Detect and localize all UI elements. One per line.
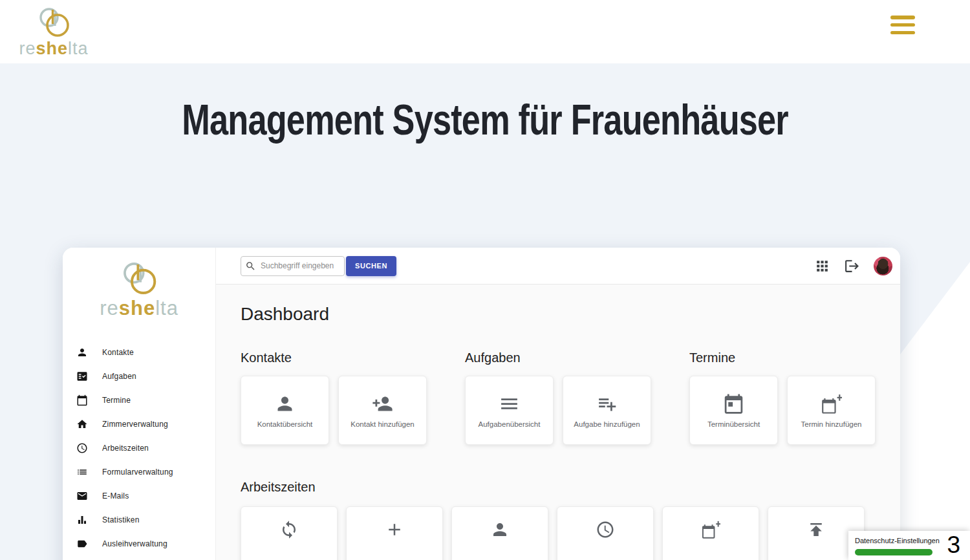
card-termin-hinzufuegen[interactable]: Termin hinzufügen	[787, 376, 876, 445]
search-input[interactable]	[241, 256, 345, 276]
card-kontakt-hinzufuegen[interactable]: Kontakt hinzufügen	[338, 376, 427, 445]
clock-icon	[596, 520, 615, 539]
search-wrap	[241, 256, 345, 276]
menu-lines-icon	[499, 393, 520, 415]
section-aufgaben: Aufgaben Aufgabenübersicht Aufgabe hinzu…	[465, 350, 651, 445]
person-add-icon	[372, 393, 393, 415]
section-title: Kontakte	[241, 350, 427, 365]
sidebar-logo[interactable]: reshelta	[63, 248, 215, 318]
hamburger-menu-icon[interactable]	[890, 16, 915, 34]
person-icon	[274, 393, 296, 415]
section-title: Termine	[689, 350, 876, 365]
card-terminuebersicht[interactable]: Terminübersicht	[689, 376, 778, 445]
section-termine: Termine Terminübersicht Termin hinzufüge…	[689, 350, 876, 445]
sidebar-item-arbeitszeiten[interactable]: Arbeitszeiten	[63, 436, 215, 460]
arbeitszeiten-cards	[241, 506, 876, 560]
home-icon	[76, 418, 88, 430]
card-arbeitszeit-2[interactable]	[346, 506, 443, 560]
sync-icon	[279, 520, 299, 539]
topbar-right	[814, 257, 892, 275]
sidebar-item-label: Formularverwaltung	[102, 468, 173, 477]
sidebar-item-emails[interactable]: E-Mails	[63, 484, 215, 508]
sidebar-item-label: Aufgaben	[102, 372, 136, 381]
mail-icon	[76, 490, 88, 502]
section-title: Aufgaben	[465, 350, 651, 365]
logout-icon[interactable]	[844, 258, 860, 274]
calendar-icon	[76, 394, 88, 406]
sidebar-item-label: Zimmerverwaltung	[102, 420, 168, 429]
brand-wordmark: reshelta	[100, 298, 178, 318]
card-kontaktuebersicht[interactable]: Kontaktübersicht	[241, 376, 329, 445]
section-title: Arbeitszeiten	[241, 480, 876, 495]
tag-icon	[76, 538, 88, 550]
person-icon	[76, 347, 88, 358]
consent-widget[interactable]: Datenschutz-Einstellungen 3	[848, 531, 970, 560]
search-button[interactable]: SUCHEN	[346, 256, 396, 276]
search-icon	[245, 261, 256, 272]
brand-rings-icon	[35, 6, 72, 39]
main-column: SUCHEN Dashboard Kontakte Kontaktübersic…	[216, 248, 900, 560]
calendar-add-icon	[821, 393, 842, 415]
sidebar-item-formularverwaltung[interactable]: Formularverwaltung	[63, 460, 215, 484]
calendar-icon	[723, 393, 744, 415]
sidebar-item-label: Termine	[102, 396, 131, 405]
card-arbeitszeit-4[interactable]	[557, 506, 654, 560]
consent-progress-bar[interactable]	[855, 549, 932, 555]
app-card: reshelta Kontakte Aufgaben Termine Zimme…	[63, 248, 900, 560]
sidebar: reshelta Kontakte Aufgaben Termine Zimme…	[63, 248, 216, 560]
sidebar-item-termine[interactable]: Termine	[63, 388, 215, 412]
person-icon	[490, 520, 510, 539]
sections-row: Kontakte Kontaktübersicht Kontakt hinzuf…	[241, 350, 876, 445]
site-header: reshelta	[0, 0, 970, 63]
user-avatar[interactable]	[874, 257, 892, 275]
sidebar-item-label: E-Mails	[102, 491, 129, 501]
card-label: Kontaktübersicht	[255, 420, 316, 428]
playlist-add-icon	[596, 393, 618, 415]
card-arbeitszeit-3[interactable]	[451, 506, 548, 560]
page-title: Dashboard	[241, 304, 876, 325]
card-label: Kontakt hinzufügen	[348, 420, 416, 428]
sidebar-item-label: Ausleihverwaltung	[102, 539, 167, 548]
calendar-add-icon	[701, 520, 720, 539]
card-arbeitszeit-5[interactable]	[662, 506, 759, 560]
sidebar-item-label: Statistiken	[102, 515, 140, 524]
sidebar-item-statistiken[interactable]: Statistiken	[63, 508, 215, 532]
arrow-up-icon	[806, 520, 826, 539]
section-arbeitszeiten: Arbeitszeiten	[241, 480, 876, 560]
apps-grid-icon[interactable]	[814, 258, 830, 274]
section-kontakte: Kontakte Kontaktübersicht Kontakt hinzuf…	[241, 350, 427, 445]
sidebar-item-label: Arbeitszeiten	[102, 444, 149, 453]
topbar: SUCHEN	[216, 248, 900, 285]
brand-rings-icon	[118, 261, 160, 297]
site-logo[interactable]: reshelta	[17, 6, 90, 58]
card-label: Terminübersicht	[705, 420, 762, 428]
card-label: Termin hinzufügen	[799, 420, 865, 428]
consent-count: 3	[947, 532, 960, 559]
bar-chart-icon	[76, 514, 88, 526]
sidebar-item-kontakte[interactable]: Kontakte	[63, 340, 215, 364]
card-aufgabenuebersicht[interactable]: Aufgabenübersicht	[465, 376, 554, 445]
dashboard-content: Dashboard Kontakte Kontaktübersicht Kont…	[216, 285, 900, 560]
list-icon	[76, 466, 88, 478]
card-label: Aufgabe hinzufügen	[571, 420, 642, 428]
card-aufgabe-hinzufuegen[interactable]: Aufgabe hinzufügen	[563, 376, 651, 445]
sidebar-item-ausleihverwaltung[interactable]: Ausleihverwaltung	[63, 532, 215, 555]
task-check-icon	[76, 371, 88, 382]
sidebar-nav: Kontakte Aufgaben Termine Zimmerverwaltu…	[63, 340, 215, 555]
sidebar-item-label: Kontakte	[102, 348, 134, 357]
plus-icon	[385, 520, 404, 539]
card-label: Aufgabenübersicht	[476, 420, 543, 428]
clock-icon	[76, 442, 88, 454]
sidebar-item-zimmerverwaltung[interactable]: Zimmerverwaltung	[63, 412, 215, 436]
sidebar-item-aufgaben[interactable]: Aufgaben	[63, 364, 215, 388]
card-arbeitszeit-1[interactable]	[241, 506, 338, 560]
hero-title: Management System für Frauenhäuser	[0, 94, 970, 144]
brand-wordmark: reshelta	[19, 40, 88, 58]
